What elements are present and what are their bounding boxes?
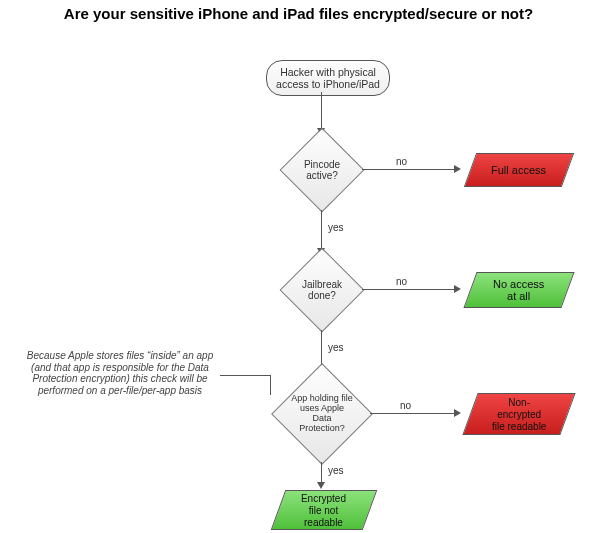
- page-title: Are your sensitive iPhone and iPad files…: [0, 5, 597, 22]
- arrowhead-jailbreak-no: [454, 285, 461, 293]
- edge-pincode-yes: [321, 210, 322, 250]
- decision-pincode: Pincode active?: [292, 140, 352, 200]
- arrowhead-pincode-no: [454, 165, 461, 173]
- decision-data-protection-label: App holding file uses Apple Data Protect…: [291, 394, 353, 434]
- outcome-no-access: No access at all: [463, 272, 574, 308]
- edge-pincode-no: [362, 169, 456, 170]
- edgelabel-jailbreak-yes: yes: [328, 342, 344, 353]
- decision-jailbreak-label: Jailbreak done?: [302, 279, 342, 301]
- start-node: Hacker with physical access to iPhone/iP…: [266, 60, 390, 96]
- outcome-encrypted: Encrypted file not readable: [271, 490, 378, 530]
- outcome-no-access-label: No access at all: [493, 278, 544, 302]
- edgelabel-pincode-no: no: [396, 156, 407, 167]
- decision-data-protection: App holding file uses Apple Data Protect…: [286, 378, 358, 450]
- edge-dataprot-yes: [321, 462, 322, 484]
- edge-jailbreak-no: [362, 289, 456, 290]
- arrowhead-dataprot-no: [454, 409, 461, 417]
- arrowhead-dataprot-yes: [317, 482, 325, 489]
- edgelabel-pincode-yes: yes: [328, 222, 344, 233]
- edge-start-to-pincode: [321, 92, 322, 130]
- outcome-full-access: Full access: [464, 153, 574, 187]
- outcome-non-encrypted-label: Non- encrypted file readable: [492, 397, 546, 432]
- decision-jailbreak: Jailbreak done?: [292, 260, 352, 320]
- annotation-leader-2: [270, 375, 271, 395]
- annotation-leader: [220, 375, 270, 376]
- outcome-encrypted-label: Encrypted file not readable: [301, 493, 346, 528]
- edgelabel-dataprot-no: no: [400, 400, 411, 411]
- annotation-text: Because Apple stores files “inside” an a…: [20, 350, 220, 396]
- edgelabel-jailbreak-no: no: [396, 276, 407, 287]
- decision-pincode-label: Pincode active?: [297, 159, 347, 181]
- outcome-non-encrypted: Non- encrypted file readable: [462, 393, 575, 435]
- outcome-full-access-label: Full access: [491, 164, 546, 176]
- edgelabel-dataprot-yes: yes: [328, 465, 344, 476]
- start-label: Hacker with physical access to iPhone/iP…: [276, 66, 380, 90]
- edge-dataprot-no: [370, 413, 456, 414]
